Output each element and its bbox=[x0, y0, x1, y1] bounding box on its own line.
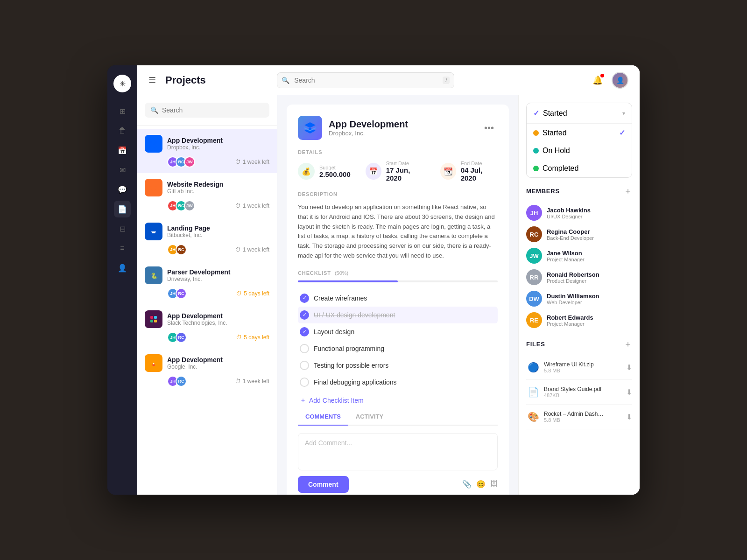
checklist-text-2: Layout design bbox=[314, 328, 496, 336]
proj-company: Driveway, Inc. bbox=[167, 276, 230, 282]
project-item-0[interactable]: App Development Dropbox, Inc. JHRCJW ⏱ 1… bbox=[137, 129, 277, 173]
center-content: App Development Dropbox, Inc. ••• DETAIL… bbox=[277, 95, 518, 495]
download-button-2[interactable]: ⬇ bbox=[626, 413, 632, 421]
checklist-check-0[interactable]: ✓ bbox=[300, 294, 309, 303]
document-nav-icon[interactable]: 📄 bbox=[114, 201, 131, 217]
project-detail-title: App Development bbox=[329, 119, 408, 130]
checklist-check-3[interactable] bbox=[300, 344, 309, 353]
image-icon[interactable]: 🖼 bbox=[490, 480, 498, 489]
time-badge: ⏱ 1 week left bbox=[235, 203, 269, 209]
dashboard-nav-icon[interactable]: ⊞ bbox=[114, 103, 131, 119]
more-options-button[interactable]: ••• bbox=[480, 121, 498, 135]
menu-icon[interactable]: ☰ bbox=[148, 75, 156, 85]
checklist-item-5[interactable]: Final debugging applications bbox=[298, 374, 498, 391]
status-selected[interactable]: ✓ Started ▾ bbox=[527, 103, 632, 124]
file-item-2: 🎨 Rocket – Admin Dash… 5.8 MB ⬇ bbox=[526, 405, 632, 429]
time-label: 1 week left bbox=[243, 378, 269, 385]
comment-submit-button[interactable]: Comment bbox=[298, 476, 349, 493]
proj-footer: JHRCJW ⏱ 1 week left bbox=[145, 156, 269, 168]
sidebar-search-input[interactable] bbox=[162, 106, 264, 114]
start-date-value: 17 Jun, 2020 bbox=[386, 166, 425, 182]
checklist-check-1[interactable]: ✓ bbox=[300, 310, 309, 320]
proj-company: GitLab Inc. bbox=[167, 188, 223, 195]
checklist-item-3[interactable]: Functional programming bbox=[298, 340, 498, 357]
status-option-completed-left: Completed bbox=[533, 164, 578, 173]
download-button-1[interactable]: ⬇ bbox=[626, 388, 632, 397]
project-item-3[interactable]: 🐍 Parser Development Driveway, Inc. JHRC… bbox=[137, 261, 277, 305]
add-file-button[interactable]: ＋ bbox=[624, 338, 632, 350]
add-checklist-item-button[interactable]: ＋ Add Checklist Item bbox=[298, 392, 366, 408]
status-dot-green bbox=[533, 166, 539, 171]
checklist-item-1[interactable]: ✓ UI / UX design development ⠿ 🗑 bbox=[298, 307, 498, 323]
member-avatar-3: RR bbox=[526, 269, 542, 285]
status-option-completed[interactable]: Completed bbox=[527, 160, 632, 177]
icon-sidebar: ✳ ⊞ 🗑 📅 ✉ 💬 📄 ⊟ ≡ 👤 bbox=[107, 65, 137, 495]
checklist-item-4[interactable]: Testing for possible errors bbox=[298, 357, 498, 374]
comment-placeholder: Add Comment... bbox=[305, 439, 352, 447]
contact-nav-icon[interactable]: 👤 bbox=[114, 259, 131, 276]
global-search-input[interactable] bbox=[277, 72, 454, 88]
app-logo[interactable]: ✳ bbox=[113, 75, 131, 92]
trash-nav-icon[interactable]: 🗑 bbox=[114, 122, 131, 139]
file-name-1: Brand Styles Guide.pdf bbox=[544, 386, 601, 392]
proj-company: Bitbucket, Inc. bbox=[167, 232, 210, 238]
notification-icon[interactable]: 🔔 bbox=[589, 72, 606, 89]
project-item-1[interactable]: Website Redesign GitLab Inc. JHRCJW ⏱ 1 … bbox=[137, 173, 277, 217]
project-item-5[interactable]: App Development Google, Inc. JHRC ⏱ 1 we… bbox=[137, 349, 277, 392]
project-detail-header: App Development Dropbox, Inc. ••• bbox=[298, 116, 498, 140]
budget-detail: 💰 Budget 2.500.000 bbox=[298, 161, 351, 182]
mail-nav-icon[interactable]: ✉ bbox=[114, 161, 131, 178]
proj-avatars: JHRCJW bbox=[167, 156, 192, 168]
member-role-4: Web Developer bbox=[547, 300, 599, 305]
download-button-0[interactable]: ⬇ bbox=[626, 363, 632, 372]
emoji-icon[interactable]: 😊 bbox=[476, 480, 486, 489]
member-item-5: RE Robert Edwards Project Manager bbox=[526, 309, 632, 331]
proj-info: Parser Development Driveway, Inc. bbox=[167, 268, 230, 282]
checklist-item-0[interactable]: ✓ Create wireframes bbox=[298, 290, 498, 307]
checklist-check-4[interactable] bbox=[300, 361, 309, 370]
tab-activity[interactable]: ACTIVITY bbox=[348, 408, 391, 426]
status-option-started[interactable]: Started ✓ bbox=[527, 124, 632, 142]
calendar-nav-icon[interactable]: 📅 bbox=[114, 142, 131, 159]
members-section-header: MEMBERS ＋ bbox=[526, 185, 632, 196]
attachment-icon[interactable]: 📎 bbox=[462, 480, 472, 489]
file-info-1: Brand Styles Guide.pdf 487KB bbox=[544, 386, 601, 398]
list-nav-icon[interactable]: ≡ bbox=[114, 240, 131, 257]
three-col-layout: 🔍 App Development Dropbox, Inc. JHRCJW ⏱ bbox=[137, 95, 640, 495]
checklist-percent: (50%) bbox=[335, 270, 348, 276]
budget-label: Budget bbox=[319, 165, 351, 170]
end-date-info: End Date 04 Jul, 2020 bbox=[461, 161, 498, 182]
svg-text:🐍: 🐍 bbox=[151, 272, 158, 279]
file-size-1: 487KB bbox=[544, 392, 601, 398]
project-item-2[interactable]: Landing Page Bitbucket, Inc. JHRC ⏱ 1 we… bbox=[137, 217, 277, 261]
add-member-button[interactable]: ＋ bbox=[624, 185, 632, 196]
left-sidebar: 🔍 App Development Dropbox, Inc. JHRCJW ⏱ bbox=[137, 95, 277, 495]
proj-logo: 🐍 bbox=[145, 266, 162, 284]
member-role-5: Project Manager bbox=[547, 321, 593, 327]
tab-comments[interactable]: COMMENTS bbox=[298, 408, 348, 426]
proj-company: Dropbox, Inc. bbox=[167, 144, 223, 151]
status-onhold-label: On Hold bbox=[543, 147, 570, 155]
files-section-header: FILES ＋ bbox=[526, 338, 632, 350]
checklist-check-5[interactable] bbox=[300, 378, 309, 387]
status-option-onhold[interactable]: On Hold bbox=[527, 142, 632, 160]
member-role-1: Back-End Developer bbox=[547, 235, 594, 241]
project-item-4[interactable]: App Development Slack Technologies, Inc.… bbox=[137, 305, 277, 349]
file-item-0: 🔵 Wireframe UI Kit.zip 5.8 MB ⬇ bbox=[526, 355, 632, 380]
file-size-0: 5.8 MB bbox=[544, 368, 594, 373]
chat-nav-icon[interactable]: 💬 bbox=[114, 181, 131, 198]
table-nav-icon[interactable]: ⊟ bbox=[114, 220, 131, 237]
checklist-check-2[interactable]: ✓ bbox=[300, 327, 309, 336]
status-started-label: Started bbox=[543, 129, 567, 137]
member-avatar-1: RC bbox=[526, 226, 542, 242]
file-icon-0: 🔵 bbox=[526, 359, 540, 376]
member-info-1: Regina Cooper Back-End Developer bbox=[547, 228, 594, 241]
proj-header: App Development Slack Technologies, Inc. bbox=[145, 310, 269, 328]
member-item-2: JW Jane Wilson Project Manager bbox=[526, 245, 632, 266]
user-avatar[interactable]: 👤 bbox=[612, 72, 628, 89]
checklist-text-5: Final debugging applications bbox=[314, 378, 496, 386]
member-info-4: Dustin Williamson Web Developer bbox=[547, 293, 599, 305]
sidebar-search-inner: 🔍 bbox=[145, 103, 269, 118]
checklist-item-2[interactable]: ✓ Layout design bbox=[298, 323, 498, 340]
checklist-items: ✓ Create wireframes ✓ UI / UX design dev… bbox=[298, 290, 498, 391]
